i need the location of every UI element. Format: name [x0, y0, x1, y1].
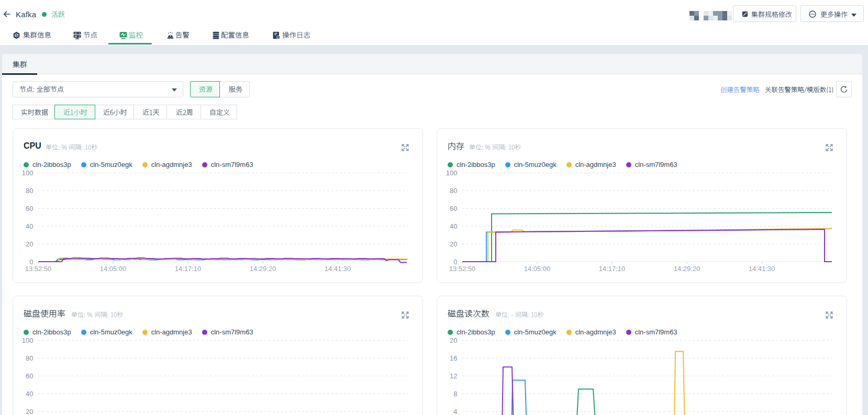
svg-text:12: 12: [450, 372, 457, 380]
svg-text:14:17:10: 14:17:10: [599, 265, 626, 273]
svg-text:100: 100: [22, 169, 34, 177]
svg-text:14:41:30: 14:41:30: [749, 265, 775, 273]
svg-text:80: 80: [26, 187, 33, 195]
svg-text:20: 20: [450, 337, 457, 344]
svg-text:80: 80: [450, 187, 457, 195]
svg-text:16: 16: [450, 354, 457, 362]
svg-text:60: 60: [26, 372, 33, 380]
svg-text:20: 20: [26, 408, 33, 415]
svg-text:100: 100: [22, 337, 34, 344]
svg-text:40: 40: [26, 222, 33, 230]
svg-text:14:29:20: 14:29:20: [250, 265, 276, 273]
svg-text:20: 20: [450, 240, 457, 248]
svg-text:80: 80: [26, 354, 33, 362]
svg-text:100: 100: [446, 169, 458, 177]
svg-text:14:29:20: 14:29:20: [674, 265, 700, 273]
svg-text:4: 4: [453, 408, 457, 415]
svg-text:14:05:00: 14:05:00: [524, 265, 551, 273]
svg-text:13:52:50: 13:52:50: [25, 265, 52, 273]
svg-text:20: 20: [26, 240, 33, 248]
svg-text:40: 40: [450, 222, 457, 230]
svg-text:14:41:30: 14:41:30: [325, 265, 351, 273]
svg-text:60: 60: [450, 205, 457, 212]
svg-text:40: 40: [26, 390, 33, 398]
svg-text:60: 60: [26, 205, 33, 212]
svg-text:8: 8: [453, 390, 457, 398]
svg-text:14:05:00: 14:05:00: [100, 265, 127, 273]
svg-text:13:52:50: 13:52:50: [449, 265, 476, 273]
svg-text:14:17:10: 14:17:10: [175, 265, 202, 273]
